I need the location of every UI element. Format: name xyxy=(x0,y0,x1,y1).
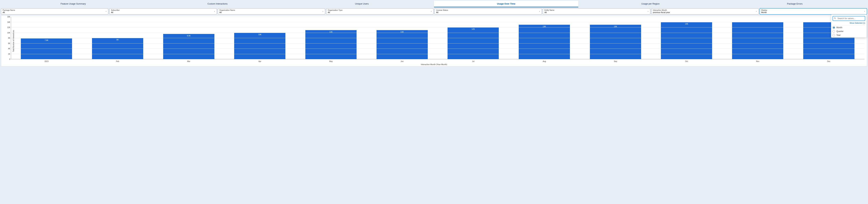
x-tick-label: Aug xyxy=(509,60,580,62)
filter-label: Package Name xyxy=(3,9,104,11)
x-tick-label: 2023 xyxy=(11,60,82,62)
chevron-down-icon xyxy=(322,10,324,13)
bar-data-label: 11K xyxy=(305,31,356,33)
x-axis-label: Interaction Month (Year-Month) xyxy=(3,63,865,66)
x-tick-label: Sep xyxy=(580,60,651,62)
x-tick-label: Oct xyxy=(651,60,722,62)
filter-interaction-month[interactable]: Interaction Monthprevious fiscal year xyxy=(651,8,758,15)
filter-value: All xyxy=(3,11,104,14)
bar-data-label: 8K xyxy=(92,39,143,41)
tab-unique-users[interactable]: Unique Users xyxy=(290,1,434,7)
filter-value: previous fiscal year xyxy=(653,11,755,14)
bar-jun[interactable]: 11K xyxy=(376,30,428,59)
radio-icon xyxy=(833,26,835,29)
x-tick-label: Nov xyxy=(722,60,793,62)
tab-custom-interactions[interactable]: Custom Interactions xyxy=(145,1,289,7)
y-tick-label: 0 xyxy=(5,58,10,60)
option-label: Year xyxy=(836,34,841,36)
filter-label: Display xyxy=(761,9,863,11)
filter-label: License Status xyxy=(436,9,538,11)
chevron-down-icon xyxy=(105,10,107,13)
bar-nov[interactable] xyxy=(732,22,783,59)
bar-data-label: 10K xyxy=(234,33,285,35)
option-label: Quarter xyxy=(836,30,843,32)
chevron-down-icon xyxy=(430,10,432,13)
y-tick-label: 16K xyxy=(5,16,10,18)
display-filter-popover: Show Selected (1)MonthQuarterYear xyxy=(831,15,867,37)
bar-data-label: 9.5K xyxy=(163,35,214,37)
y-tick-label: 6K xyxy=(5,42,10,44)
filter-value: All xyxy=(111,11,213,14)
bar-data-label: 13K xyxy=(519,25,570,27)
bar-data-label: 13K xyxy=(590,25,641,27)
y-tick-label: 12K xyxy=(5,26,10,28)
y-tick-label: 2K xyxy=(5,53,10,55)
y-tick-label: 8K xyxy=(5,37,10,39)
radio-icon xyxy=(833,34,835,36)
tab-package-errors[interactable]: Package Errors xyxy=(723,1,867,7)
gridline xyxy=(11,17,864,17)
filter-organization-type[interactable]: Organization TypeAll xyxy=(326,8,433,15)
search-icon xyxy=(834,17,836,20)
chevron-down-icon xyxy=(214,10,216,13)
filter-package-name[interactable]: Package NameAll xyxy=(1,8,108,15)
x-tick-label: May xyxy=(296,60,367,62)
x-tick-label: Mar xyxy=(153,60,224,62)
bar-may[interactable]: 11K xyxy=(305,30,356,59)
filter-label: Subscriber xyxy=(111,9,213,11)
filter-label: Entity Name xyxy=(545,9,646,11)
filter-value: All xyxy=(328,11,430,14)
option-year[interactable]: Year xyxy=(833,34,865,36)
filter-subscriber[interactable]: SubscriberAll xyxy=(110,8,217,15)
y-tick-label: 4K xyxy=(5,48,10,50)
tab-usage-over-time[interactable]: Usage Over Time xyxy=(434,1,578,7)
gridline xyxy=(11,38,864,38)
x-tick-label: Feb xyxy=(82,60,153,62)
x-tick-label: Jun xyxy=(367,60,438,62)
bar-data-label: 14K xyxy=(661,23,712,25)
filter-license-status[interactable]: License StatusAll xyxy=(435,8,542,15)
x-tick-label: Jul xyxy=(438,60,509,62)
filter-organization-name[interactable]: Organization NameAll xyxy=(218,8,325,15)
chart-panel: Total Number of Interactions 7.8K8K9.5K1… xyxy=(1,16,867,66)
filter-label: Organization Type xyxy=(328,9,430,11)
chevron-down-icon xyxy=(755,10,757,13)
chevron-down-icon xyxy=(864,10,866,13)
filter-label: Organization Name xyxy=(219,9,321,11)
show-selected-link[interactable]: Show Selected (1) xyxy=(833,22,865,24)
bar-apr[interactable]: 10K xyxy=(234,33,285,59)
option-quarter[interactable]: Quarter xyxy=(833,30,865,32)
x-tick-label: Apr xyxy=(224,60,296,62)
option-month[interactable]: Month xyxy=(833,26,865,29)
search-input[interactable] xyxy=(837,17,864,20)
bar-2023[interactable]: 7.8K xyxy=(21,39,72,59)
bar-mar[interactable]: 9.5K xyxy=(163,34,214,59)
gridline xyxy=(11,43,864,44)
filter-value: All xyxy=(219,11,321,14)
filter-value: All xyxy=(545,11,646,14)
radio-icon xyxy=(833,30,835,32)
chevron-down-icon xyxy=(647,10,649,13)
y-tick-label: 10K xyxy=(5,32,10,33)
chevron-down-icon xyxy=(538,10,540,13)
bar-data-label: 11K xyxy=(376,31,428,33)
gridline xyxy=(11,22,864,22)
gridline xyxy=(11,59,864,59)
search-input-wrap[interactable] xyxy=(833,16,865,21)
filter-value: Month xyxy=(761,11,863,14)
y-tick-label: 14K xyxy=(5,21,10,23)
filter-entity-name[interactable]: Entity NameAll xyxy=(543,8,650,15)
option-label: Month xyxy=(836,26,842,29)
bar-data-label: 12K xyxy=(447,28,499,30)
tab-usage-per-region[interactable]: Usage per Region xyxy=(578,1,722,7)
filter-label: Interaction Month xyxy=(653,9,755,11)
filter-value: All xyxy=(436,11,538,14)
tab-feature-usage-summary[interactable]: Feature Usage Summary xyxy=(1,1,145,7)
filter-display[interactable]: DisplayMonthShow Selected (1)MonthQuarte… xyxy=(760,8,867,15)
bar-oct[interactable]: 14K xyxy=(661,22,712,59)
x-tick-label: Dec xyxy=(793,60,864,62)
bar-data-label: 7.8K xyxy=(21,39,72,41)
